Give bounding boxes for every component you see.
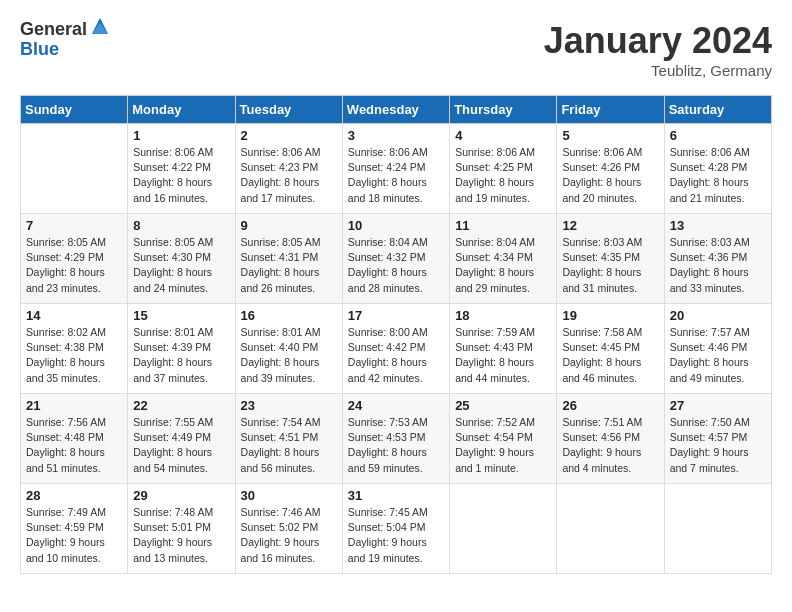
header: General Blue January 2024 Teublitz, Germ… (20, 20, 772, 79)
calendar-cell: 31Sunrise: 7:45 AMSunset: 5:04 PMDayligh… (342, 484, 449, 574)
col-header-friday: Friday (557, 96, 664, 124)
calendar-cell: 2Sunrise: 8:06 AMSunset: 4:23 PMDaylight… (235, 124, 342, 214)
day-info: Sunrise: 7:45 AMSunset: 5:04 PMDaylight:… (348, 505, 444, 566)
day-info: Sunrise: 8:06 AMSunset: 4:25 PMDaylight:… (455, 145, 551, 206)
svg-marker-1 (92, 22, 108, 34)
calendar-cell: 7Sunrise: 8:05 AMSunset: 4:29 PMDaylight… (21, 214, 128, 304)
col-header-tuesday: Tuesday (235, 96, 342, 124)
calendar-cell: 14Sunrise: 8:02 AMSunset: 4:38 PMDayligh… (21, 304, 128, 394)
day-info: Sunrise: 8:06 AMSunset: 4:23 PMDaylight:… (241, 145, 337, 206)
calendar-cell: 8Sunrise: 8:05 AMSunset: 4:30 PMDaylight… (128, 214, 235, 304)
day-number: 2 (241, 128, 337, 143)
day-info: Sunrise: 7:53 AMSunset: 4:53 PMDaylight:… (348, 415, 444, 476)
calendar-cell: 12Sunrise: 8:03 AMSunset: 4:35 PMDayligh… (557, 214, 664, 304)
day-info: Sunrise: 8:01 AMSunset: 4:40 PMDaylight:… (241, 325, 337, 386)
location-title: Teublitz, Germany (544, 62, 772, 79)
calendar-cell: 5Sunrise: 8:06 AMSunset: 4:26 PMDaylight… (557, 124, 664, 214)
calendar-cell: 11Sunrise: 8:04 AMSunset: 4:34 PMDayligh… (450, 214, 557, 304)
calendar-cell (664, 484, 771, 574)
calendar-cell: 15Sunrise: 8:01 AMSunset: 4:39 PMDayligh… (128, 304, 235, 394)
calendar-cell: 19Sunrise: 7:58 AMSunset: 4:45 PMDayligh… (557, 304, 664, 394)
calendar-cell: 20Sunrise: 7:57 AMSunset: 4:46 PMDayligh… (664, 304, 771, 394)
calendar-cell: 26Sunrise: 7:51 AMSunset: 4:56 PMDayligh… (557, 394, 664, 484)
day-info: Sunrise: 7:55 AMSunset: 4:49 PMDaylight:… (133, 415, 229, 476)
calendar-cell: 1Sunrise: 8:06 AMSunset: 4:22 PMDaylight… (128, 124, 235, 214)
day-info: Sunrise: 8:06 AMSunset: 4:28 PMDaylight:… (670, 145, 766, 206)
day-info: Sunrise: 7:56 AMSunset: 4:48 PMDaylight:… (26, 415, 122, 476)
day-info: Sunrise: 7:50 AMSunset: 4:57 PMDaylight:… (670, 415, 766, 476)
week-row-2: 14Sunrise: 8:02 AMSunset: 4:38 PMDayligh… (21, 304, 772, 394)
calendar-cell: 24Sunrise: 7:53 AMSunset: 4:53 PMDayligh… (342, 394, 449, 484)
col-header-wednesday: Wednesday (342, 96, 449, 124)
calendar-cell: 9Sunrise: 8:05 AMSunset: 4:31 PMDaylight… (235, 214, 342, 304)
day-number: 23 (241, 398, 337, 413)
calendar-cell: 3Sunrise: 8:06 AMSunset: 4:24 PMDaylight… (342, 124, 449, 214)
calendar-cell (557, 484, 664, 574)
day-info: Sunrise: 7:57 AMSunset: 4:46 PMDaylight:… (670, 325, 766, 386)
day-number: 10 (348, 218, 444, 233)
col-header-thursday: Thursday (450, 96, 557, 124)
day-number: 24 (348, 398, 444, 413)
day-number: 20 (670, 308, 766, 323)
calendar-cell: 21Sunrise: 7:56 AMSunset: 4:48 PMDayligh… (21, 394, 128, 484)
day-number: 14 (26, 308, 122, 323)
day-number: 4 (455, 128, 551, 143)
calendar-cell: 30Sunrise: 7:46 AMSunset: 5:02 PMDayligh… (235, 484, 342, 574)
day-number: 6 (670, 128, 766, 143)
day-info: Sunrise: 8:05 AMSunset: 4:31 PMDaylight:… (241, 235, 337, 296)
col-header-sunday: Sunday (21, 96, 128, 124)
calendar-cell (21, 124, 128, 214)
day-info: Sunrise: 7:51 AMSunset: 4:56 PMDaylight:… (562, 415, 658, 476)
day-info: Sunrise: 8:02 AMSunset: 4:38 PMDaylight:… (26, 325, 122, 386)
day-number: 21 (26, 398, 122, 413)
day-number: 18 (455, 308, 551, 323)
calendar-cell: 6Sunrise: 8:06 AMSunset: 4:28 PMDaylight… (664, 124, 771, 214)
calendar-cell: 16Sunrise: 8:01 AMSunset: 4:40 PMDayligh… (235, 304, 342, 394)
day-number: 22 (133, 398, 229, 413)
day-number: 15 (133, 308, 229, 323)
day-info: Sunrise: 7:48 AMSunset: 5:01 PMDaylight:… (133, 505, 229, 566)
calendar-cell: 29Sunrise: 7:48 AMSunset: 5:01 PMDayligh… (128, 484, 235, 574)
day-number: 29 (133, 488, 229, 503)
calendar-cell: 10Sunrise: 8:04 AMSunset: 4:32 PMDayligh… (342, 214, 449, 304)
logo-icon (89, 15, 111, 37)
calendar-cell: 27Sunrise: 7:50 AMSunset: 4:57 PMDayligh… (664, 394, 771, 484)
title-area: January 2024 Teublitz, Germany (544, 20, 772, 79)
day-info: Sunrise: 8:04 AMSunset: 4:34 PMDaylight:… (455, 235, 551, 296)
month-title: January 2024 (544, 20, 772, 62)
calendar-cell: 18Sunrise: 7:59 AMSunset: 4:43 PMDayligh… (450, 304, 557, 394)
day-number: 3 (348, 128, 444, 143)
day-number: 12 (562, 218, 658, 233)
day-number: 9 (241, 218, 337, 233)
logo-blue: Blue (20, 39, 59, 59)
day-info: Sunrise: 8:03 AMSunset: 4:36 PMDaylight:… (670, 235, 766, 296)
day-info: Sunrise: 7:58 AMSunset: 4:45 PMDaylight:… (562, 325, 658, 386)
calendar-cell: 22Sunrise: 7:55 AMSunset: 4:49 PMDayligh… (128, 394, 235, 484)
day-info: Sunrise: 8:04 AMSunset: 4:32 PMDaylight:… (348, 235, 444, 296)
day-number: 1 (133, 128, 229, 143)
calendar-cell (450, 484, 557, 574)
day-info: Sunrise: 8:00 AMSunset: 4:42 PMDaylight:… (348, 325, 444, 386)
calendar-table: SundayMondayTuesdayWednesdayThursdayFrid… (20, 95, 772, 574)
day-number: 28 (26, 488, 122, 503)
day-info: Sunrise: 7:59 AMSunset: 4:43 PMDaylight:… (455, 325, 551, 386)
calendar-cell: 13Sunrise: 8:03 AMSunset: 4:36 PMDayligh… (664, 214, 771, 304)
col-header-monday: Monday (128, 96, 235, 124)
day-number: 16 (241, 308, 337, 323)
day-number: 5 (562, 128, 658, 143)
day-number: 26 (562, 398, 658, 413)
day-number: 27 (670, 398, 766, 413)
day-info: Sunrise: 7:49 AMSunset: 4:59 PMDaylight:… (26, 505, 122, 566)
calendar-cell: 23Sunrise: 7:54 AMSunset: 4:51 PMDayligh… (235, 394, 342, 484)
day-info: Sunrise: 7:52 AMSunset: 4:54 PMDaylight:… (455, 415, 551, 476)
header-row: SundayMondayTuesdayWednesdayThursdayFrid… (21, 96, 772, 124)
day-info: Sunrise: 8:06 AMSunset: 4:26 PMDaylight:… (562, 145, 658, 206)
day-info: Sunrise: 8:03 AMSunset: 4:35 PMDaylight:… (562, 235, 658, 296)
day-info: Sunrise: 8:06 AMSunset: 4:22 PMDaylight:… (133, 145, 229, 206)
calendar-cell: 28Sunrise: 7:49 AMSunset: 4:59 PMDayligh… (21, 484, 128, 574)
day-number: 25 (455, 398, 551, 413)
day-info: Sunrise: 8:06 AMSunset: 4:24 PMDaylight:… (348, 145, 444, 206)
day-number: 8 (133, 218, 229, 233)
day-number: 30 (241, 488, 337, 503)
logo-general: General (20, 20, 87, 40)
